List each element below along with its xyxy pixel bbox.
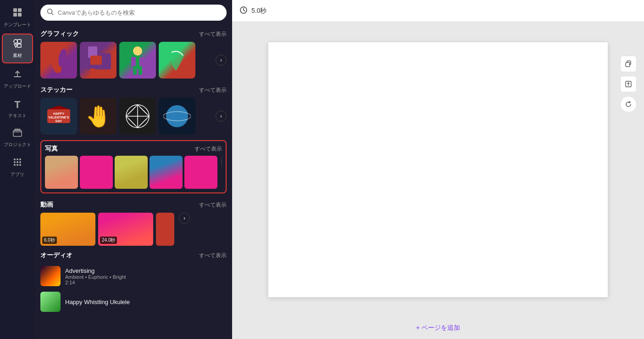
video-item-1[interactable]: 6.0秒 <box>40 213 95 246</box>
refresh-button[interactable] <box>620 96 637 113</box>
videos-see-all[interactable]: すべて表示 <box>199 201 227 209</box>
svg-point-28 <box>133 46 142 56</box>
elements-icon <box>12 38 22 51</box>
sidebar-item-template-label: テンプレート <box>4 22 31 28</box>
photo-item-5[interactable] <box>184 156 217 189</box>
duplicate-button[interactable] <box>620 56 637 72</box>
white-canvas[interactable] <box>268 42 608 297</box>
search-bar[interactable] <box>40 5 227 21</box>
photo-item-2[interactable] <box>80 156 113 189</box>
timer-label: 5.0秒 <box>251 7 266 15</box>
photo-item-4[interactable] <box>150 156 183 189</box>
audio-item-2[interactable]: Happy Whistling Ukulele <box>40 289 227 315</box>
sticker-item-2[interactable]: 🤚 <box>80 98 117 135</box>
sidebar-item-elements[interactable]: 素材 <box>2 34 33 63</box>
photos-header: 写真 すべて表示 <box>45 145 222 153</box>
videos-section: 動画 すべて表示 6.0秒 24.0秒 › <box>35 196 232 249</box>
audio-thumb-2 <box>40 292 61 312</box>
stickers-next-arrow[interactable]: › <box>216 111 227 122</box>
video-item-2[interactable]: 24.0秒 <box>98 213 153 246</box>
sticker-item-3[interactable] <box>119 98 156 135</box>
sidebar-item-template[interactable]: テンプレート <box>2 4 33 32</box>
sidebar-item-project[interactable]: プロジェクト <box>2 124 33 152</box>
stickers-section: ステッカー すべて表示 HAPPY VALENTINE'S DAY 🤚 <box>35 81 232 137</box>
svg-rect-9 <box>13 130 22 136</box>
svg-marker-38 <box>47 106 70 109</box>
svg-point-26 <box>90 68 95 73</box>
audio-time-1: 2:14 <box>65 280 126 285</box>
stickers-see-all[interactable]: すべて表示 <box>199 86 227 94</box>
audio-info-1: Advertising Ambient • Euphoric • Bright … <box>65 267 126 285</box>
stickers-title: ステッカー <box>40 86 72 94</box>
sidebar-item-text[interactable]: T テキスト <box>2 95 33 123</box>
canvas-area: 5.0秒 <box>232 0 644 339</box>
timer-icon <box>239 6 248 16</box>
svg-point-16 <box>14 164 16 166</box>
photos-title: 写真 <box>45 145 58 153</box>
sidebar-item-upload-label: アップロード <box>4 83 31 90</box>
videos-header: 動画 すべて表示 <box>40 201 227 209</box>
sidebar-item-apps-label: アプリ <box>11 171 24 178</box>
sticker-item-4[interactable] <box>159 98 195 135</box>
graphics-row: › <box>40 42 227 79</box>
photo-item-3[interactable] <box>115 156 148 189</box>
audio-see-all[interactable]: すべて表示 <box>199 252 227 260</box>
graphics-title: グラフィック <box>40 30 79 38</box>
audio-title-2: Happy Whistling Ukulele <box>65 299 130 305</box>
sticker-item-1[interactable]: HAPPY VALENTINE'S DAY <box>40 98 77 135</box>
right-tools <box>620 56 637 113</box>
svg-rect-3 <box>18 13 22 17</box>
assets-panel: グラフィック すべて表示 <box>35 0 232 339</box>
export-button[interactable] <box>620 76 637 92</box>
sidebar-item-text-label: テキスト <box>8 113 27 119</box>
audio-section: オーディオ すべて表示 Advertising Ambient • Euphor… <box>35 249 232 317</box>
sticker-row: HAPPY VALENTINE'S DAY 🤚 <box>40 98 227 135</box>
photos-next-arrow[interactable]: › <box>221 156 222 167</box>
graphics-see-all[interactable]: すべて表示 <box>199 30 227 38</box>
videos-next-arrow[interactable]: › <box>179 213 190 224</box>
search-input[interactable] <box>58 9 220 16</box>
svg-point-51 <box>169 108 185 124</box>
sidebar-item-upload[interactable]: アップロード <box>2 65 33 93</box>
svg-point-4 <box>14 40 17 43</box>
svg-line-49 <box>140 116 149 125</box>
videos-title: 動画 <box>40 201 53 209</box>
template-icon <box>12 7 22 20</box>
audio-title-1: Advertising <box>65 267 126 274</box>
audio-item-1[interactable]: Advertising Ambient • Euphoric • Bright … <box>40 263 227 289</box>
graphic-item-4[interactable] <box>159 42 195 79</box>
svg-rect-1 <box>18 8 22 12</box>
photos-see-all[interactable]: すべて表示 <box>194 145 222 153</box>
svg-line-20 <box>52 13 54 15</box>
search-icon <box>47 8 54 17</box>
svg-point-15 <box>19 161 21 163</box>
graphic-item-1[interactable] <box>40 42 77 79</box>
svg-point-17 <box>17 164 18 166</box>
canvas-toolbar: 5.0秒 <box>232 0 644 22</box>
svg-text:HAPPY: HAPPY <box>53 112 64 115</box>
video-item-3[interactable] <box>156 213 174 246</box>
svg-point-12 <box>19 158 21 160</box>
svg-rect-27 <box>90 56 102 65</box>
svg-marker-6 <box>14 44 17 47</box>
svg-line-48 <box>140 107 149 116</box>
svg-line-55 <box>244 10 245 11</box>
project-icon <box>12 128 22 140</box>
stickers-header: ステッカー すべて表示 <box>40 86 227 94</box>
graphics-section: グラフィック すべて表示 <box>35 25 232 81</box>
svg-point-14 <box>17 161 18 163</box>
svg-rect-2 <box>13 13 17 17</box>
graphics-next-arrow[interactable]: › <box>216 55 227 66</box>
upload-icon <box>12 69 22 81</box>
add-page-button[interactable]: + ページを追加 <box>416 324 460 332</box>
photo-item-1[interactable] <box>45 156 78 189</box>
text-icon: T <box>14 99 20 111</box>
video-row: 6.0秒 24.0秒 › <box>40 213 227 246</box>
add-page-label: + ページを追加 <box>416 324 460 332</box>
audio-info-2: Happy Whistling Ukulele <box>65 299 130 305</box>
graphic-item-2[interactable] <box>80 42 117 79</box>
apps-icon <box>12 157 22 170</box>
svg-rect-30 <box>131 57 136 66</box>
graphic-item-3[interactable] <box>119 42 156 79</box>
sidebar-item-apps[interactable]: アプリ <box>2 153 33 181</box>
